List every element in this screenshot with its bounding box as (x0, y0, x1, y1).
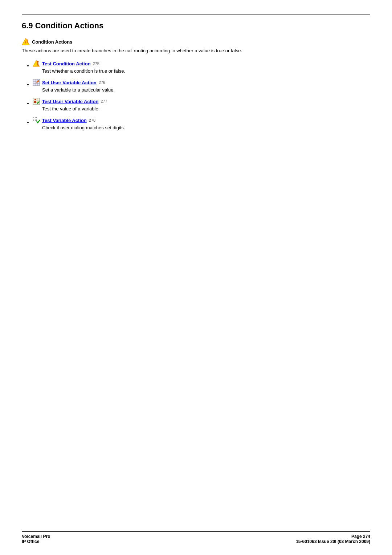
svg-point-27 (35, 119, 36, 119)
svg-point-5 (37, 61, 39, 63)
item-row: Test Variable Action278 (33, 117, 370, 124)
svg-point-24 (35, 117, 36, 118)
condition-actions-icon: ! (22, 38, 30, 46)
section-header-text: Condition Actions (32, 39, 72, 45)
svg-point-31 (36, 120, 37, 121)
test-condition-action-link[interactable]: Test Condition Action (42, 61, 91, 66)
item-row: Test Condition Action275 (33, 60, 370, 67)
svg-point-2 (26, 39, 28, 41)
test-user-variable-icon (33, 98, 40, 105)
item-row: Set User Variable Action276 (33, 79, 370, 86)
footer-right: Page 274 15-601063 Issue 20l (03 March 2… (296, 534, 370, 544)
svg-rect-10 (33, 79, 40, 86)
footer-issue: 15-601063 Issue 20l (03 March 2009) (296, 539, 370, 544)
test-variable-action-link[interactable]: Test Variable Action (42, 118, 87, 123)
footer-left: Voicemail Pro IP Office (22, 534, 50, 544)
item-row: Test User Variable Action277 (33, 98, 370, 105)
section-header: ! Condition Actions (22, 38, 370, 46)
page-container: 6.9 Condition Actions ! Condition Action… (0, 0, 392, 555)
list-item: Set User Variable Action276 Set a variab… (33, 79, 370, 93)
footer-page: Page 274 (351, 534, 370, 539)
test-variable-action-ref: 278 (89, 118, 95, 122)
test-condition-action-ref: 275 (93, 61, 99, 66)
footer: Voicemail Pro IP Office Page 274 15-6010… (22, 531, 370, 544)
test-condition-action-desc: Test whether a condition is true or fals… (42, 68, 370, 74)
set-user-variable-action-link[interactable]: Set User Variable Action (42, 80, 97, 85)
svg-point-26 (33, 119, 34, 119)
set-user-variable-icon (33, 79, 40, 86)
test-user-variable-action-desc: Test the value of a variable. (42, 106, 370, 112)
list-item: Test Variable Action278 Check if user di… (33, 117, 370, 130)
svg-point-23 (33, 117, 34, 118)
test-user-variable-action-ref: 277 (101, 99, 107, 104)
svg-point-22 (34, 99, 36, 100)
footer-brand: IP Office (22, 539, 50, 544)
test-user-variable-action-link[interactable]: Test User Variable Action (42, 99, 98, 104)
items-list: Test Condition Action275 Test whether a … (22, 60, 370, 130)
svg-point-28 (36, 119, 37, 119)
test-variable-action-desc: Check if user dialing matches set digits… (42, 125, 370, 130)
page-title: 6.9 Condition Actions (22, 21, 370, 31)
svg-text:!: ! (25, 41, 26, 45)
section-description: These actions are used to create branche… (22, 48, 370, 53)
list-item: Test User Variable Action277 Test the va… (33, 98, 370, 112)
set-user-variable-action-desc: Set a variable to a particular value. (42, 87, 370, 93)
svg-point-30 (35, 120, 36, 121)
svg-point-29 (33, 120, 34, 121)
test-condition-icon (33, 60, 40, 67)
list-item: Test Condition Action275 Test whether a … (33, 60, 370, 74)
top-border (22, 15, 370, 15)
set-user-variable-action-ref: 276 (99, 80, 105, 85)
test-variable-icon (33, 117, 40, 124)
footer-product: Voicemail Pro (22, 534, 50, 539)
svg-point-25 (36, 117, 37, 118)
